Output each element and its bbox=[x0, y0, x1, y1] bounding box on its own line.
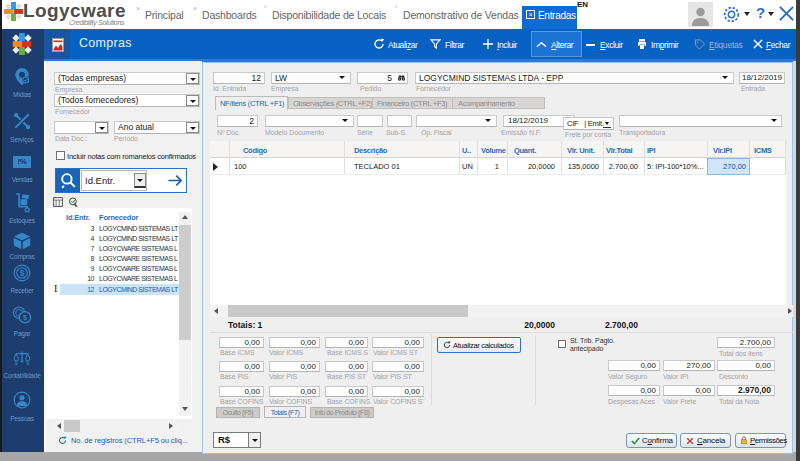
svg-text:$: $ bbox=[20, 269, 25, 278]
svg-text:$: $ bbox=[23, 314, 27, 322]
svg-text:$: $ bbox=[15, 360, 18, 366]
svg-text:$: $ bbox=[26, 360, 29, 366]
